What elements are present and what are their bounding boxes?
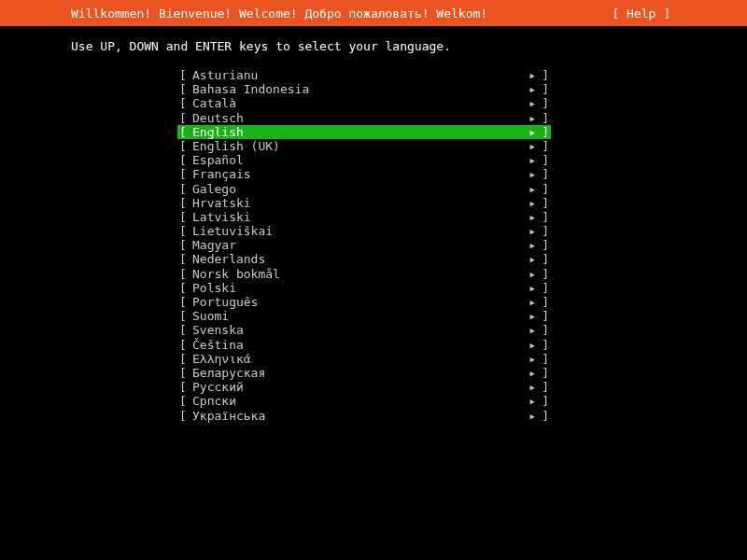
bracket-close: ]: [536, 352, 551, 366]
language-label: Norsk bokmål: [192, 267, 517, 281]
language-label: Suomi: [192, 309, 517, 323]
language-item[interactable]: [Suomi▸]: [177, 309, 551, 323]
submenu-arrow-icon: ▸: [517, 167, 536, 181]
bracket-open: [: [177, 366, 192, 380]
language-label: Español: [192, 153, 517, 167]
bracket-open: [: [177, 295, 192, 309]
bracket-open: [: [177, 224, 192, 238]
language-item[interactable]: [Hrvatski▸]: [177, 196, 551, 210]
bracket-close: ]: [536, 111, 551, 125]
submenu-arrow-icon: ▸: [517, 352, 536, 366]
submenu-arrow-icon: ▸: [517, 394, 536, 408]
language-item[interactable]: [Português▸]: [177, 295, 551, 309]
submenu-arrow-icon: ▸: [517, 96, 536, 110]
language-item[interactable]: [Norsk bokmål▸]: [177, 267, 551, 281]
language-item[interactable]: [Українська▸]: [177, 409, 551, 423]
language-label: Lietuviškai: [192, 224, 517, 238]
bracket-close: ]: [536, 96, 551, 110]
language-item[interactable]: [Русский▸]: [177, 380, 551, 394]
bracket-close: ]: [536, 153, 551, 167]
language-item[interactable]: [Српски▸]: [177, 394, 551, 408]
language-item[interactable]: [Ελληνικά▸]: [177, 352, 551, 366]
submenu-arrow-icon: ▸: [517, 309, 536, 323]
language-label: Bahasa Indonesia: [192, 82, 517, 96]
language-item[interactable]: [Latviski▸]: [177, 210, 551, 224]
language-item[interactable]: [Nederlands▸]: [177, 252, 551, 266]
language-label: Català: [192, 96, 517, 110]
submenu-arrow-icon: ▸: [517, 281, 536, 295]
submenu-arrow-icon: ▸: [517, 139, 536, 153]
submenu-arrow-icon: ▸: [517, 366, 536, 380]
bracket-open: [: [177, 380, 192, 394]
bracket-close: ]: [536, 338, 551, 352]
submenu-arrow-icon: ▸: [517, 182, 536, 196]
submenu-arrow-icon: ▸: [517, 323, 536, 337]
submenu-arrow-icon: ▸: [517, 82, 536, 96]
language-label: Magyar: [192, 238, 517, 252]
bracket-open: [: [177, 153, 192, 167]
language-item[interactable]: [English (UK)▸]: [177, 139, 551, 153]
bracket-close: ]: [536, 238, 551, 252]
bracket-close: ]: [536, 309, 551, 323]
language-item[interactable]: [Français▸]: [177, 167, 551, 181]
bracket-close: ]: [536, 82, 551, 96]
language-item[interactable]: [Svenska▸]: [177, 323, 551, 337]
bracket-close: ]: [536, 380, 551, 394]
welcome-title: Willkommen! Bienvenue! Welcome! Добро по…: [71, 7, 487, 21]
submenu-arrow-icon: ▸: [517, 125, 536, 139]
language-item[interactable]: [Беларуская▸]: [177, 366, 551, 380]
submenu-arrow-icon: ▸: [517, 409, 536, 423]
bracket-open: [: [177, 82, 192, 96]
bracket-close: ]: [536, 68, 551, 82]
bracket-close: ]: [536, 295, 551, 309]
language-label: Français: [192, 167, 517, 181]
language-item[interactable]: [Lietuviškai▸]: [177, 224, 551, 238]
language-label: Nederlands: [192, 252, 517, 266]
language-label: Português: [192, 295, 517, 309]
bracket-close: ]: [536, 182, 551, 196]
language-item[interactable]: [Español▸]: [177, 153, 551, 167]
bracket-open: [: [177, 139, 192, 153]
bracket-open: [: [177, 167, 192, 181]
bracket-open: [: [177, 252, 192, 266]
submenu-arrow-icon: ▸: [517, 196, 536, 210]
bracket-open: [: [177, 111, 192, 125]
language-item[interactable]: [Asturianu▸]: [177, 68, 551, 82]
bracket-close: ]: [536, 167, 551, 181]
submenu-arrow-icon: ▸: [517, 238, 536, 252]
submenu-arrow-icon: ▸: [517, 252, 536, 266]
language-label: English: [192, 125, 517, 139]
language-item[interactable]: [English▸]: [177, 125, 551, 139]
language-label: Asturianu: [192, 68, 517, 82]
submenu-arrow-icon: ▸: [517, 68, 536, 82]
bracket-open: [: [177, 238, 192, 252]
help-button[interactable]: [ Help ]: [612, 7, 670, 21]
bracket-open: [: [177, 267, 192, 281]
language-item[interactable]: [Čeština▸]: [177, 338, 551, 352]
submenu-arrow-icon: ▸: [517, 338, 536, 352]
bracket-close: ]: [536, 281, 551, 295]
language-item[interactable]: [Polski▸]: [177, 281, 551, 295]
language-item[interactable]: [Magyar▸]: [177, 238, 551, 252]
bracket-close: ]: [536, 409, 551, 423]
language-label: Ελληνικά: [192, 352, 517, 366]
language-label: Hrvatski: [192, 196, 517, 210]
language-item[interactable]: [Deutsch▸]: [177, 111, 551, 125]
language-item[interactable]: [Galego▸]: [177, 182, 551, 196]
bracket-close: ]: [536, 196, 551, 210]
bracket-close: ]: [536, 224, 551, 238]
language-label: Polski: [192, 281, 517, 295]
bracket-close: ]: [536, 394, 551, 408]
language-item[interactable]: [Bahasa Indonesia▸]: [177, 82, 551, 96]
language-label: English (UK): [192, 139, 517, 153]
language-item[interactable]: [Català▸]: [177, 96, 551, 110]
language-label: Беларуская: [192, 366, 517, 380]
bracket-open: [: [177, 182, 192, 196]
submenu-arrow-icon: ▸: [517, 380, 536, 394]
language-label: Українська: [192, 409, 517, 423]
header-bar: Willkommen! Bienvenue! Welcome! Добро по…: [0, 0, 747, 26]
submenu-arrow-icon: ▸: [517, 210, 536, 224]
bracket-close: ]: [536, 366, 551, 380]
language-label: Čeština: [192, 338, 517, 352]
bracket-open: [: [177, 352, 192, 366]
